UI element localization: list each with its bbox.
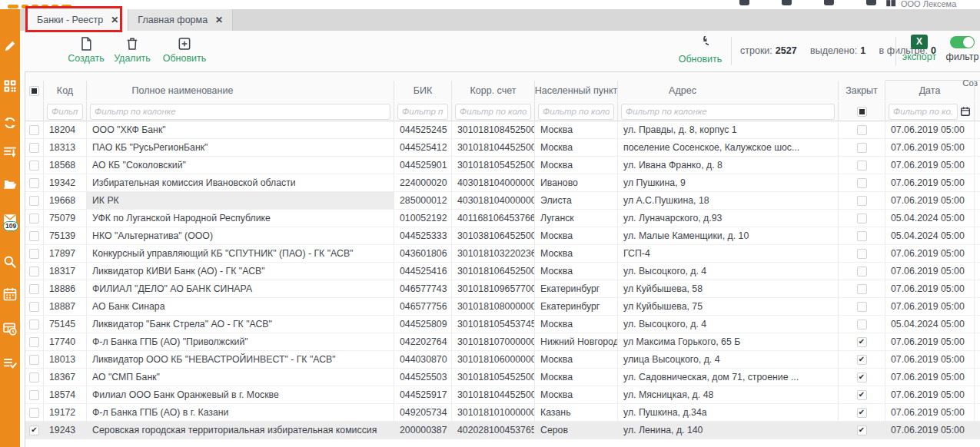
filter-input-name[interactable] [90,104,390,120]
table-row[interactable]: 17740Ф-л Банка ГПБ (АО) "Приволжский"042… [25,333,980,351]
filter-input-bik[interactable] [397,104,448,120]
closed-checkbox[interactable] [857,320,867,329]
row-checkbox[interactable] [29,178,39,188]
row-date-cell: 07.06.2019 05:00 [885,245,975,262]
table-row[interactable]: 17897Конкурсный управляющий КБ "СПУТНИК"… [25,245,980,263]
filter-toggle[interactable] [950,36,975,48]
tasks-list-icon[interactable] [2,144,18,160]
filter-input-address[interactable] [621,104,835,120]
closed-checkbox[interactable] [857,178,867,188]
folder-open-icon[interactable] [2,177,18,192]
table-row[interactable]: 18574Филиал ООО Банк Оранжевый в г. Моск… [25,386,980,404]
filter-input-code[interactable] [47,104,83,120]
tab-glavnaya-forma[interactable]: Главная форма ✕ [128,9,233,31]
closed-checkbox[interactable] [857,214,867,224]
row-checkbox[interactable] [29,355,39,365]
row-checkbox[interactable] [29,425,39,435]
row-checkbox[interactable] [29,125,39,135]
column-header-name[interactable]: Полное наименование [87,81,394,101]
table-row[interactable]: 75139НКО "Альтернатива" (ООО)04452533330… [25,227,980,245]
table-row[interactable]: 18886ФИЛИАЛ "ДЕЛО" АО БАНК СИНАРА0465777… [25,280,980,298]
row-checkbox[interactable] [29,267,39,276]
table-row[interactable]: 18013Ликвидатор ООО КБ "НЕВАСТРОЙИНВЕСТ"… [25,351,980,369]
table-row[interactable]: 75079УФК по Луганской Народной Республик… [25,210,980,227]
qr-code-icon[interactable] [2,78,18,94]
table-row[interactable]: 18887АО Банк Синара046577756301018108000… [25,298,980,316]
table-row[interactable]: 19172Ф-л Банка ГПБ (АО) в г. Казани04920… [25,404,980,422]
column-header-corr[interactable]: Корр. счет [452,81,535,101]
search-icon[interactable] [2,254,18,270]
table-row[interactable]: 18367АО "СМП Банк"0445255033010181054525… [25,369,980,386]
closed-checkbox[interactable] [857,125,867,135]
closed-checkbox[interactable] [857,302,867,312]
closed-checkbox[interactable] [857,196,867,206]
closed-checkbox[interactable] [857,372,867,382]
row-checkbox[interactable] [29,231,39,241]
filter-input-corr[interactable] [455,104,531,120]
app-logo-fragment [8,5,18,8]
table-row[interactable]: 18204ООО "ХКФ Банк"044525245301018108452… [25,121,980,139]
row-checkbox[interactable] [29,196,39,206]
closed-checkbox[interactable] [857,390,867,400]
column-header-code[interactable]: Код [44,81,87,101]
header-icon-3[interactable] [824,0,834,5]
closed-checkbox[interactable] [857,267,867,276]
closed-checkbox[interactable] [857,337,867,347]
sync-icon[interactable] [2,115,18,131]
closed-checkbox[interactable] [857,355,867,365]
header-icon-4[interactable] [866,0,876,5]
closed-checkbox[interactable] [857,231,867,241]
row-checkbox[interactable] [29,390,39,400]
table-row[interactable]: 18313ПАО КБ "РусьРегионБанк"044525412301… [25,139,980,157]
row-city-cell: Иваново [535,174,618,191]
closed-checkbox[interactable] [857,143,867,153]
column-header-date[interactable]: Дата [885,81,975,101]
header-icon-1[interactable] [739,0,749,5]
row-checkbox[interactable] [29,302,39,312]
column-header-closed[interactable]: Закрыт [839,81,885,101]
table-row[interactable]: 19668ИК РК2850000124030181040000000...Эл… [25,192,980,210]
row-checkbox[interactable] [29,372,39,382]
table-row[interactable]: 18317Ликвидатор КИВИ Банк (АО) - ГК "АСВ… [25,263,980,280]
export-excel-button[interactable]: X экспорт [901,33,938,63]
close-icon[interactable]: ✕ [215,15,223,25]
update-button[interactable]: Обновить [160,35,209,65]
checklist-icon[interactable] [2,356,18,371]
row-checkbox[interactable] [29,161,39,171]
refresh-button[interactable]: Обновить [676,35,725,65]
calendar-picker-icon[interactable] [960,106,971,117]
closed-filter-checkbox[interactable] [857,107,867,117]
closed-checkbox[interactable] [857,284,867,294]
select-all-checkbox[interactable] [29,86,39,96]
row-checkbox[interactable] [29,337,39,347]
column-header-city[interactable]: Населенный пункт [535,81,618,101]
filter-input-date[interactable] [889,104,958,120]
closed-checkbox[interactable] [857,425,867,435]
calendar-icon[interactable] [2,286,18,302]
delete-button[interactable]: Удалить [111,35,154,65]
column-header-address[interactable]: Адрес [618,81,839,101]
column-header-bik[interactable]: БИК [394,81,452,101]
close-icon[interactable]: ✕ [111,15,118,25]
create-button[interactable]: Создать [65,35,108,65]
table-row[interactable]: 75145Ликвидатор "Банк Стрела" АО - ГК "А… [25,316,980,333]
row-checkbox[interactable] [29,408,39,418]
row-closed-cell [839,263,885,280]
header-icon-2[interactable] [782,0,792,5]
row-checkbox[interactable] [29,249,39,259]
row-checkbox[interactable] [29,284,39,294]
closed-checkbox[interactable] [857,161,867,171]
row-closed-cell [839,280,885,297]
filter-input-city[interactable] [538,104,614,120]
closed-checkbox[interactable] [857,249,867,259]
row-checkbox[interactable] [29,214,39,224]
report-clock-icon[interactable] [2,321,18,336]
closed-checkbox[interactable] [857,408,867,418]
edit-pencil-icon[interactable] [2,38,18,54]
table-row[interactable]: 19342Избирательная комиссия Ивановской о… [25,174,980,192]
tab-banki-reestr[interactable]: Банки - Реестр ✕ [28,9,128,31]
table-row[interactable]: 18568АО КБ "Соколовский"0445259013010181… [25,157,980,174]
row-checkbox[interactable] [29,143,39,153]
row-checkbox[interactable] [29,320,39,329]
table-row[interactable]: 19243Серовская городская территориальная… [25,422,980,439]
